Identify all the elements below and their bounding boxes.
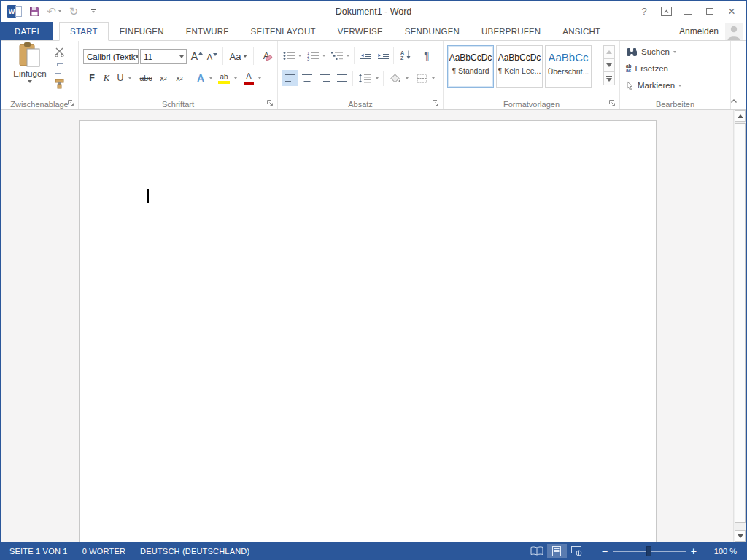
bold-button[interactable]: F xyxy=(85,70,98,86)
sort-button[interactable]: AZ xyxy=(397,47,414,63)
format-painter-button[interactable] xyxy=(50,77,68,90)
read-mode-button[interactable] xyxy=(527,544,547,558)
change-case-button[interactable]: Aa xyxy=(227,48,250,64)
language-indicator[interactable]: DEUTSCH (DEUTSCHLAND) xyxy=(140,547,249,556)
multilevel-dropdown[interactable] xyxy=(344,48,352,63)
zoom-slider-thumb[interactable] xyxy=(646,546,651,556)
undo-button[interactable]: ↶ xyxy=(45,3,63,20)
clear-formatting-button[interactable]: A xyxy=(258,47,275,64)
bullets-icon xyxy=(283,51,295,61)
zoom-slider[interactable] xyxy=(613,544,686,558)
style-standard[interactable]: AaBbCcDc ¶ Standard xyxy=(447,45,494,88)
font-dialog-launcher[interactable] xyxy=(266,99,274,107)
word-count[interactable]: 0 WÖRTER xyxy=(82,547,125,556)
styles-scroll-up-button[interactable] xyxy=(603,45,615,59)
shading-button[interactable] xyxy=(387,70,403,86)
copy-button[interactable] xyxy=(50,61,68,74)
style-ueberschrift-1[interactable]: AaBbCc Überschrif... xyxy=(545,45,592,88)
paste-button[interactable]: Einfügen xyxy=(9,42,50,96)
shrink-font-button[interactable]: A xyxy=(205,50,220,64)
decrease-indent-button[interactable] xyxy=(357,48,374,63)
tab-sendungen[interactable]: SENDUNGEN xyxy=(394,22,471,40)
borders-button[interactable] xyxy=(414,70,430,86)
redo-button[interactable]: ↻ xyxy=(65,3,82,20)
tab-entwurf[interactable]: ENTWURF xyxy=(175,22,240,40)
tab-datei[interactable]: DATEI xyxy=(1,22,53,40)
zoom-in-button[interactable]: + xyxy=(686,545,702,557)
group-label-font: Schriftart xyxy=(79,100,277,109)
zoom-percentage[interactable]: 100 % xyxy=(708,547,737,556)
sign-in-link[interactable]: Anmelden xyxy=(679,22,725,40)
document-page[interactable] xyxy=(79,120,657,542)
page-indicator[interactable]: SEITE 1 VON 1 xyxy=(9,547,68,556)
scroll-up-button[interactable] xyxy=(735,110,746,122)
tab-start[interactable]: START xyxy=(59,22,109,41)
font-size-select[interactable]: 11 xyxy=(140,49,187,64)
scroll-down-button[interactable] xyxy=(735,530,746,542)
show-paragraph-marks-button[interactable]: ¶ xyxy=(419,47,434,63)
numbering-button[interactable]: 123 xyxy=(306,48,320,63)
font-name-select[interactable]: Calibri (Textk xyxy=(83,49,139,64)
bullets-button[interactable] xyxy=(282,48,296,63)
shading-icon xyxy=(390,74,401,83)
ribbon-tab-row: DATEI START EINFÜGEN ENTWURF SEITENLAYOU… xyxy=(1,22,746,41)
grow-font-button[interactable]: A xyxy=(189,48,205,64)
align-right-button[interactable] xyxy=(317,70,333,86)
styles-gallery-more-button[interactable] xyxy=(603,71,615,85)
text-effects-button[interactable]: A xyxy=(194,69,207,86)
font-color-button[interactable]: A xyxy=(242,69,255,87)
user-avatar[interactable] xyxy=(725,23,743,40)
scrollbar-thumb[interactable] xyxy=(735,123,746,523)
highlight-dropdown[interactable] xyxy=(232,70,239,86)
change-case-dropdown-icon xyxy=(243,55,247,58)
vertical-scrollbar[interactable] xyxy=(733,110,746,542)
zoom-out-button[interactable]: − xyxy=(597,545,613,557)
print-layout-button[interactable] xyxy=(547,544,567,558)
close-button[interactable]: × xyxy=(721,2,743,20)
styles-dialog-launcher[interactable] xyxy=(608,99,616,107)
tab-verweise[interactable]: VERWEISE xyxy=(327,22,394,40)
multilevel-list-button[interactable] xyxy=(330,48,344,63)
minimize-button[interactable] xyxy=(677,2,699,20)
line-spacing-button[interactable] xyxy=(356,70,374,86)
italic-button[interactable]: K xyxy=(100,70,113,86)
cut-button[interactable] xyxy=(50,45,68,58)
tab-seitenlayout[interactable]: SEITENLAYOUT xyxy=(240,22,327,40)
titlebar: W ↶ ↻ Dokument1 - Word ? xyxy=(1,1,746,22)
paragraph-dialog-launcher[interactable] xyxy=(432,99,440,107)
borders-dropdown[interactable] xyxy=(430,70,437,86)
tab-ansicht[interactable]: ANSICHT xyxy=(551,22,611,40)
bullets-dropdown[interactable] xyxy=(296,48,303,63)
align-left-button[interactable] xyxy=(282,70,298,86)
line-spacing-dropdown[interactable] xyxy=(374,70,381,86)
font-color-dropdown[interactable] xyxy=(256,70,263,86)
increase-indent-button[interactable] xyxy=(375,48,391,63)
tab-einfuegen[interactable]: EINFÜGEN xyxy=(109,22,175,40)
align-center-button[interactable] xyxy=(299,70,315,86)
shading-dropdown[interactable] xyxy=(403,70,411,86)
highlight-color-button[interactable]: ab xyxy=(217,69,231,87)
text-effects-dropdown[interactable] xyxy=(207,70,214,86)
styles-scroll-down-button[interactable] xyxy=(603,58,615,72)
numbering-dropdown[interactable] xyxy=(320,48,328,63)
strikethrough-button[interactable]: abc xyxy=(137,70,155,86)
collapse-ribbon-button[interactable] xyxy=(727,96,740,106)
web-layout-button[interactable] xyxy=(567,544,587,558)
style-kein-leerraum[interactable]: AaBbCcDc ¶ Kein Lee... xyxy=(496,45,543,88)
ribbon-display-options-button[interactable] xyxy=(655,2,677,20)
word-logo-icon[interactable]: W xyxy=(6,3,23,20)
maximize-button[interactable] xyxy=(699,2,721,20)
find-button[interactable]: Suchen xyxy=(626,44,676,59)
subscript-button[interactable]: x2 xyxy=(156,70,171,86)
select-button[interactable]: Markieren xyxy=(626,78,681,93)
replace-button[interactable]: ab ac Ersetzen xyxy=(626,61,668,76)
underline-dropdown[interactable] xyxy=(126,70,133,86)
tab-ueberpruefen[interactable]: ÜBERPRÜFEN xyxy=(471,22,551,40)
clipboard-dialog-launcher[interactable] xyxy=(67,99,75,107)
underline-button[interactable]: U xyxy=(115,70,126,86)
customize-qat-button[interactable] xyxy=(85,3,102,20)
justify-button[interactable] xyxy=(334,70,350,86)
help-button[interactable]: ? xyxy=(633,2,655,20)
save-button[interactable] xyxy=(26,3,43,20)
superscript-button[interactable]: x2 xyxy=(172,70,187,86)
